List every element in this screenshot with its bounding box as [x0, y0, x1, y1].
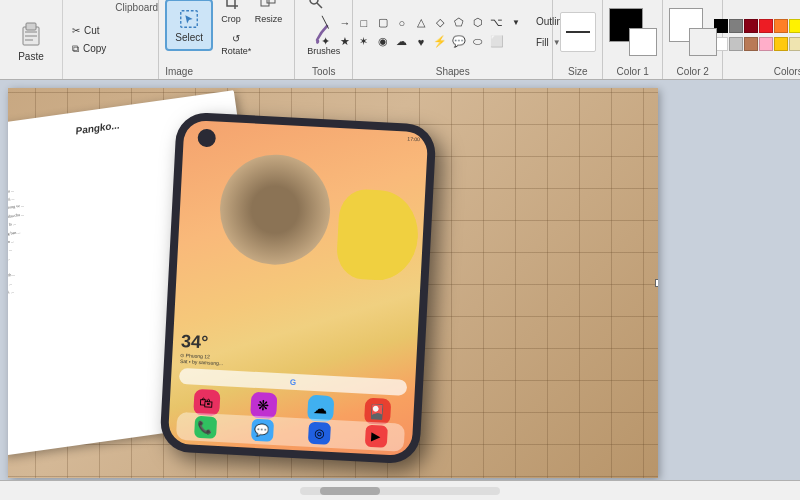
- resize-icon: [260, 0, 276, 12]
- triangle-shape[interactable]: △: [412, 14, 430, 32]
- phone: 17:00 34° ⊙ Phuong 12 Sat • by samsung..…: [159, 111, 436, 464]
- palette-row1: [712, 15, 800, 35]
- line-shape[interactable]: ╲: [317, 14, 335, 32]
- select-icon: [178, 8, 200, 30]
- svg-rect-2: [25, 31, 37, 33]
- color2-overlay[interactable]: [669, 8, 717, 56]
- dock-phone: 📞: [194, 416, 217, 439]
- swatch-red[interactable]: [759, 19, 773, 33]
- rounded-shape[interactable]: ◉: [374, 33, 392, 51]
- phone-weather: 34° ⊙ Phuong 12 Sat • by samsung...: [180, 331, 225, 366]
- swatch-darkred[interactable]: [744, 19, 758, 33]
- star4-shape[interactable]: ✦: [317, 33, 335, 51]
- swatch-yellow[interactable]: [789, 19, 800, 33]
- colors-palette-group: Colors: [723, 0, 800, 79]
- swatch-gray[interactable]: [729, 19, 743, 33]
- swatch-amber[interactable]: [774, 37, 788, 51]
- size-display: [560, 12, 596, 52]
- color1-overlay[interactable]: [609, 8, 657, 56]
- cylinder-shape[interactable]: ⬭: [469, 33, 487, 51]
- size-controls: [560, 4, 596, 64]
- palette-row2: [712, 37, 800, 53]
- canvas-resize-handle[interactable]: [655, 279, 658, 287]
- clipboard-label: Clipboard: [115, 2, 158, 79]
- clipboard-group: Paste ✂ Cut ⧉ Copy Clipboard: [0, 0, 159, 79]
- image-buttons: Select Crop Resize: [165, 0, 288, 64]
- cloud-shape[interactable]: ☁: [393, 33, 411, 51]
- color1-bottom: [629, 28, 657, 56]
- status-bar: [0, 480, 800, 500]
- swatch-pink[interactable]: [759, 37, 773, 51]
- shapes-row1: ╲ → □ ▢ ○ △ ◇ ⬠ ⬡ ⌥ ▼: [317, 14, 525, 32]
- phone-yellow-shape: [336, 188, 421, 282]
- swatch-orange[interactable]: [774, 19, 788, 33]
- phone-status-bar: 17:00: [224, 126, 420, 142]
- image-tools: Crop Resize ↺ Rotate*: [215, 0, 288, 60]
- size-label: Size: [568, 66, 587, 77]
- heart-shape[interactable]: ♥: [412, 33, 430, 51]
- fill-shape-label: Fill: [536, 37, 549, 48]
- clipboard-right: ✂ Cut ⧉ Copy: [63, 0, 115, 79]
- scroll-arrow[interactable]: ▼: [507, 14, 525, 32]
- svg-rect-7: [267, 0, 275, 3]
- phone-temp: 34°: [180, 331, 224, 354]
- image-row1: Crop Resize: [215, 0, 288, 28]
- phone-notch: [197, 129, 216, 148]
- svg-rect-1: [26, 23, 36, 30]
- resize-button[interactable]: Resize: [249, 0, 289, 28]
- phone-time: Sat • by samsung...: [180, 358, 223, 366]
- callout-shape[interactable]: 💬: [450, 33, 468, 51]
- colors-label: Colors: [774, 66, 800, 77]
- color1-group: Color 1: [603, 0, 663, 79]
- size-line: [566, 31, 590, 33]
- flowchart-shape[interactable]: ⬜: [488, 33, 506, 51]
- color2-display: [669, 4, 717, 64]
- shapes-label: Shapes: [436, 66, 470, 77]
- paste-icon: [15, 17, 47, 49]
- scroll-thumb[interactable]: [320, 487, 380, 495]
- color2-label: Color 2: [677, 66, 709, 77]
- color1-display: [609, 4, 657, 64]
- rotate-button[interactable]: ↺ Rotate*: [215, 29, 257, 60]
- pentagon-shape[interactable]: ⬠: [450, 14, 468, 32]
- shapes-grid: ╲ → □ ▢ ○ △ ◇ ⬠ ⬡ ⌥ ▼ ✦ ★ ✶ ◉ ☁: [317, 14, 525, 51]
- copy-button[interactable]: ⧉ Copy: [67, 40, 111, 58]
- canvas-image: Pangko... Hanh trinh cua ... Phuc thi la…: [8, 88, 658, 478]
- swatch-lightgray[interactable]: [729, 37, 743, 51]
- ellipse-shape[interactable]: ○: [393, 14, 411, 32]
- rect-shape[interactable]: □: [355, 14, 373, 32]
- phone-screen: 17:00 34° ⊙ Phuong 12 Sat • by samsung..…: [168, 120, 429, 456]
- dock-samsung: ◎: [307, 422, 330, 445]
- rotate-icon: ↺: [232, 33, 240, 44]
- arrow-shape[interactable]: →: [336, 14, 354, 32]
- paste-button[interactable]: Paste: [8, 12, 54, 67]
- crop-icon: [223, 0, 239, 12]
- svg-rect-4: [25, 39, 33, 41]
- phone-wallpaper-blob: [217, 152, 333, 268]
- shapes-row2: ✦ ★ ✶ ◉ ☁ ♥ ⚡ 💬 ⬭ ⬜: [317, 33, 525, 51]
- svg-rect-3: [25, 35, 37, 37]
- horizontal-scrollbar[interactable]: [300, 487, 500, 495]
- crop-button[interactable]: Crop: [215, 0, 247, 28]
- chevron-shape[interactable]: ⌥: [488, 14, 506, 32]
- lightning-shape[interactable]: ⚡: [431, 33, 449, 51]
- paste-label: Paste: [18, 51, 44, 62]
- clipboard-left: Paste: [0, 0, 63, 79]
- select-button[interactable]: Select: [165, 0, 213, 51]
- image-label: Image: [165, 66, 193, 77]
- size-group: Size: [553, 0, 603, 79]
- swatch-cream[interactable]: [789, 37, 800, 51]
- cut-icon: ✂: [72, 25, 80, 36]
- tools-label: Tools: [312, 66, 335, 77]
- star6-shape[interactable]: ✶: [355, 33, 373, 51]
- hexagon-shape[interactable]: ⬡: [469, 14, 487, 32]
- toolbar: Paste ✂ Cut ⧉ Copy Clipboard: [0, 0, 800, 80]
- shapes-group: ╲ → □ ▢ ○ △ ◇ ⬠ ⬡ ⌥ ▼ ✦ ★ ✶ ◉ ☁: [353, 0, 553, 79]
- canvas-container[interactable]: Pangko... Hanh trinh cua ... Phuc thi la…: [8, 88, 658, 478]
- diamond-shape[interactable]: ◇: [431, 14, 449, 32]
- image-group: Select Crop Resize: [159, 0, 295, 79]
- cut-button[interactable]: ✂ Cut: [67, 22, 111, 39]
- star5-shape[interactable]: ★: [336, 33, 354, 51]
- swatch-brown[interactable]: [744, 37, 758, 51]
- roundrect-shape[interactable]: ▢: [374, 14, 392, 32]
